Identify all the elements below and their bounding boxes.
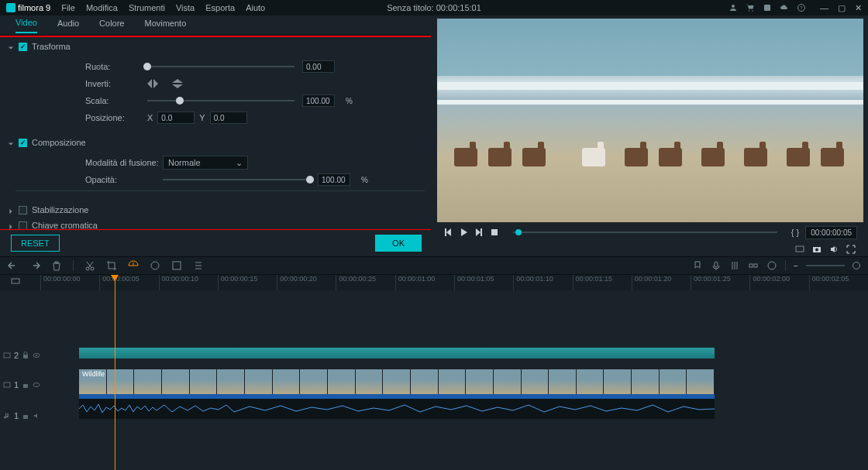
play-icon[interactable] <box>459 228 468 237</box>
help-icon[interactable]: ? <box>797 3 806 12</box>
track-fx-num: 2 <box>14 351 19 360</box>
position-label: Posizione: <box>85 113 147 122</box>
tab-video[interactable]: Video <box>16 18 37 33</box>
svg-rect-18 <box>12 279 19 283</box>
timeline-ruler[interactable]: 00:00:00:00 00:00:00:05 00:00:00:10 00:0… <box>0 275 868 290</box>
blend-select[interactable]: Normale ⌄ <box>163 156 248 170</box>
track-audio[interactable]: 1 <box>0 408 868 424</box>
scale-slider[interactable] <box>147 100 294 101</box>
scrub-bar[interactable] <box>513 232 777 233</box>
zoom-in-icon[interactable] <box>852 262 860 269</box>
ruler-tick: 00:00:00:20 <box>277 275 336 290</box>
tab-motion[interactable]: Movimento <box>144 19 186 33</box>
snapshot-icon[interactable] <box>812 245 822 254</box>
user-icon[interactable] <box>728 3 738 12</box>
section-stabilization-header[interactable]: Stabilizzazione <box>8 202 425 218</box>
composition-checkbox[interactable] <box>19 139 27 147</box>
pos-y-input[interactable] <box>210 111 247 124</box>
fx-clip[interactable] <box>79 348 715 359</box>
opacity-input[interactable] <box>318 173 350 186</box>
crop-icon[interactable] <box>106 260 117 271</box>
flip-vertical-icon[interactable] <box>172 79 183 88</box>
minimize-button[interactable]: — <box>820 3 828 13</box>
pos-x-label: X <box>147 113 153 122</box>
section-composition-header[interactable]: Composizione <box>8 135 425 150</box>
menu-help[interactable]: Aiuto <box>246 3 265 12</box>
menubar-right: ? — ▢ ✕ <box>728 3 862 13</box>
adjust-icon[interactable] <box>193 260 204 271</box>
ruler-tick: 00:00:00:05 <box>99 275 158 290</box>
transform-title: Trasforma <box>32 42 71 51</box>
mute-icon[interactable] <box>33 412 40 420</box>
stabilization-checkbox[interactable] <box>19 206 27 214</box>
cloud-icon[interactable] <box>780 3 789 12</box>
svg-point-12 <box>151 262 159 269</box>
chromakey-checkbox[interactable] <box>19 221 27 230</box>
eye-icon[interactable] <box>33 352 40 359</box>
mic-icon[interactable] <box>711 260 722 271</box>
menu-file[interactable]: File <box>61 3 75 12</box>
rotate-slider[interactable] <box>147 66 294 67</box>
menu-view[interactable]: Vista <box>176 3 195 12</box>
reset-button[interactable]: RESET <box>11 235 60 252</box>
opacity-slider[interactable] <box>163 179 310 180</box>
scale-input[interactable] <box>302 94 335 107</box>
app-logo: filmora 9 <box>6 3 50 12</box>
svg-point-0 <box>732 5 735 8</box>
flip-horizontal-icon[interactable] <box>147 79 158 88</box>
render-icon[interactable] <box>766 260 777 271</box>
chevron-down-icon <box>8 43 14 50</box>
tab-audio[interactable]: Audio <box>57 19 79 33</box>
svg-rect-24 <box>23 384 28 388</box>
maximize-button[interactable]: ▢ <box>838 3 846 13</box>
menu-export[interactable]: Esporta <box>205 3 235 12</box>
section-chromakey-header[interactable]: Chiave cromatica <box>8 218 425 230</box>
tab-color[interactable]: Colore <box>99 19 124 33</box>
zoom-slider[interactable] <box>806 265 845 266</box>
volume-icon[interactable] <box>829 245 839 254</box>
svg-rect-7 <box>796 246 804 252</box>
lock-icon[interactable] <box>22 352 29 359</box>
marker-icon[interactable] <box>692 260 703 271</box>
redo-icon[interactable] <box>29 260 40 271</box>
ruler-tick: 00:00:01:05 <box>454 275 513 290</box>
close-button[interactable]: ✕ <box>855 3 862 13</box>
preview-canvas[interactable] <box>437 19 863 222</box>
menu-edit[interactable]: Modifica <box>86 3 118 12</box>
section-transform-header[interactable]: Trasforma <box>8 39 425 54</box>
color-icon[interactable] <box>150 260 160 271</box>
svg-rect-26 <box>23 415 28 419</box>
ok-button[interactable]: OK <box>375 235 422 252</box>
prev-frame-icon[interactable] <box>443 228 453 237</box>
track-video[interactable]: 1 <box>0 369 868 400</box>
undo-icon[interactable] <box>8 260 19 271</box>
fullscreen-icon[interactable] <box>846 245 856 254</box>
lock-icon[interactable] <box>22 412 29 420</box>
track-fx[interactable]: 2 <box>0 348 868 363</box>
cart-icon[interactable] <box>746 3 755 12</box>
speed-icon[interactable] <box>128 260 139 271</box>
transform-body: Ruota: Inverti: Scala: <box>8 54 425 135</box>
lock-icon[interactable] <box>22 381 29 389</box>
zoom-out-icon[interactable]: − <box>794 261 798 270</box>
mixer-icon[interactable] <box>729 260 740 271</box>
rotate-input[interactable] <box>302 60 335 73</box>
cut-icon[interactable] <box>84 260 95 271</box>
add-track-icon[interactable] <box>11 276 20 286</box>
display-icon[interactable] <box>795 245 804 254</box>
delete-icon[interactable] <box>51 260 62 271</box>
link-icon[interactable] <box>748 260 759 271</box>
next-frame-icon[interactable] <box>474 228 484 237</box>
svg-point-25 <box>33 383 40 387</box>
save-icon[interactable] <box>763 3 772 12</box>
video-clip[interactable] <box>79 369 715 394</box>
eye-icon[interactable] <box>33 381 40 389</box>
green-screen-icon[interactable] <box>171 260 182 271</box>
menu-tools[interactable]: Strumenti <box>129 3 165 12</box>
transform-checkbox[interactable] <box>19 43 27 51</box>
pos-x-input[interactable] <box>157 111 195 124</box>
svg-rect-19 <box>4 353 10 358</box>
stop-icon[interactable] <box>490 228 499 237</box>
preview-panel: { } 00:00:00:05 <box>431 15 868 256</box>
frame-nav[interactable]: { } <box>791 228 799 237</box>
